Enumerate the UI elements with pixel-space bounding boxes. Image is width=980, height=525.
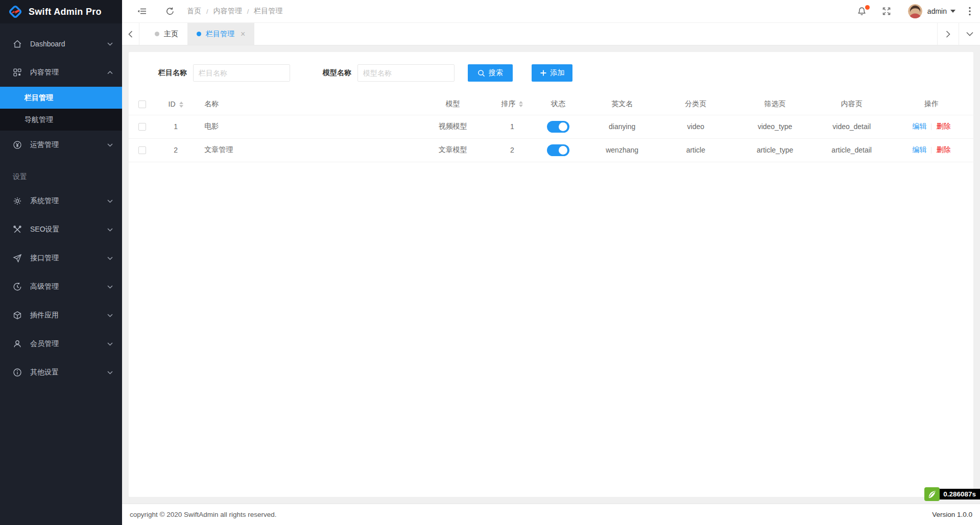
sidebar-item-label: 其他设置 [30,368,59,377]
header-status: 状态 [551,99,565,108]
tab-home[interactable]: 主页 [146,23,187,45]
sidebar: Swift Admin Pro Dashboard 内容管理 [0,0,122,525]
sidebar-item-member-mgmt[interactable]: 会员管理 [0,330,122,358]
cell-model: 文章模型 [439,145,467,154]
user-caret-down-icon[interactable] [950,10,955,13]
breadcrumb-column-mgmt[interactable]: 栏目管理 [254,7,282,16]
model-name-input[interactable] [357,64,455,82]
sidebar-item-seo-settings[interactable]: SEO设置 [0,215,122,244]
content-area: 栏目名称 模型名称 搜索 添加 [122,45,980,504]
cell-en-name: dianying [609,122,635,131]
breadcrumb: 首页 / 内容管理 / 栏目管理 [187,7,282,16]
sidebar-item-label: Dashboard [30,40,65,48]
refresh-icon[interactable] [165,7,175,16]
row-checkbox[interactable] [138,146,146,154]
cell-name: 电影 [204,122,219,130]
sidebar-menu: Dashboard 内容管理 栏目管理 导航管理 [0,23,122,525]
cube-icon [13,311,22,320]
sidebar-subitem-label: 导航管理 [25,115,53,124]
cell-filter-page: video_type [758,122,793,131]
cell-id: 2 [174,146,178,154]
columns-table: ID 名称 模型 排序 状态 英文名 分类页 筛选页 内容页 [129,93,973,162]
chevron-down-icon [107,228,113,232]
tab-status-dot [155,32,159,36]
sidebar-subitem-nav-mgmt[interactable]: 导航管理 [0,109,122,131]
copyright-text: copyright © 2020 SwiftAdmin all rights r… [130,511,277,518]
chevron-down-icon [107,371,113,374]
breadcrumb-home[interactable]: 首页 [187,7,201,16]
sidebar-collapse-icon[interactable] [137,7,147,16]
edit-link[interactable]: 编辑 [912,122,926,130]
sidebar-item-other-settings[interactable]: 其他设置 [0,358,122,387]
cell-category-page: video [687,122,704,131]
more-vertical-icon[interactable] [969,7,971,16]
table-row: 2 文章管理 文章模型 2 wenzhang article article_t… [129,138,973,162]
sort-id-icon[interactable] [179,102,183,108]
sidebar-item-label: 高级管理 [30,282,59,291]
header-name: 名称 [204,99,219,108]
sidebar-item-plugins[interactable]: 插件应用 [0,301,122,330]
sidebar-item-advanced-mgmt[interactable]: 高级管理 [0,272,122,301]
status-toggle[interactable] [547,121,569,133]
page-load-time: 0.286087s [940,489,980,499]
cell-name: 文章管理 [204,145,233,154]
sidebar-item-system-mgmt[interactable]: 系统管理 [0,187,122,215]
tab-column-mgmt[interactable]: 栏目管理 × [187,23,254,45]
sidebar-item-api-mgmt[interactable]: 接口管理 [0,244,122,272]
sidebar-item-label: 会员管理 [30,339,59,348]
tabs-scroll-right-icon[interactable] [937,23,959,45]
table-header-row: ID 名称 模型 排序 状态 英文名 分类页 筛选页 内容页 [129,93,973,115]
notification-dot [865,5,870,10]
delete-link[interactable]: 删除 [936,122,950,130]
filter-bar: 栏目名称 模型名称 搜索 添加 [129,52,973,93]
logo[interactable]: Swift Admin Pro [0,0,122,23]
add-button[interactable]: 添加 [532,64,572,82]
version-text: Version 1.0.0 [932,511,972,518]
notification-bell-icon[interactable] [857,7,867,16]
yen-circle-icon [13,140,22,149]
footer: copyright © 2020 SwiftAdmin all rights r… [122,504,980,525]
sidebar-subitem-column-mgmt[interactable]: 栏目管理 [0,87,122,109]
delete-link[interactable]: 删除 [936,145,950,154]
select-all-checkbox[interactable] [138,101,146,108]
header-category-page: 分类页 [685,99,706,108]
cell-model: 视频模型 [439,122,467,130]
tab-bar: 主页 栏目管理 × [122,23,980,45]
user-icon [13,339,22,348]
search-button[interactable]: 搜索 [468,64,513,82]
breadcrumb-content-mgmt[interactable]: 内容管理 [213,7,242,16]
chevron-down-icon [107,199,113,203]
column-name-input[interactable] [193,64,290,82]
top-navbar: 首页 / 内容管理 / 栏目管理 admin [122,0,980,23]
sidebar-item-label: 内容管理 [30,68,59,77]
avatar[interactable] [908,4,922,18]
sidebar-item-label: 运营管理 [30,140,59,149]
filter-label-model-name: 模型名称 [323,68,351,78]
sidebar-item-dashboard[interactable]: Dashboard [0,30,122,58]
apps-grid-icon [13,68,22,77]
sidebar-item-content-mgmt[interactable]: 内容管理 [0,58,122,87]
edit-link[interactable]: 编辑 [912,145,926,154]
cell-content-page: article_detail [831,146,872,154]
open-tabs: 主页 栏目管理 × [139,23,937,45]
logo-diamond-icon [8,4,23,19]
plus-icon [540,69,547,77]
sort-order-icon[interactable] [519,101,523,107]
history-clock-icon [13,282,22,291]
tabs-scroll-left-icon[interactable] [122,23,139,45]
breadcrumb-separator: / [206,8,208,15]
add-button-label: 添加 [551,68,565,78]
main-area: 首页 / 内容管理 / 栏目管理 admin [122,0,980,525]
fullscreen-icon[interactable] [882,7,891,16]
tab-close-icon[interactable]: × [241,30,245,38]
row-checkbox[interactable] [138,123,146,131]
username[interactable]: admin [927,7,947,15]
status-toggle[interactable] [547,144,569,156]
thinkphp-leaf-icon[interactable] [924,487,940,501]
home-icon [13,39,22,48]
cell-category-page: article [686,146,705,154]
sidebar-item-operation-mgmt[interactable]: 运营管理 [0,131,122,159]
sidebar-item-label: 接口管理 [30,254,59,263]
header-model: 模型 [446,99,460,108]
tabs-menu-chevron-down-icon[interactable] [959,23,980,45]
